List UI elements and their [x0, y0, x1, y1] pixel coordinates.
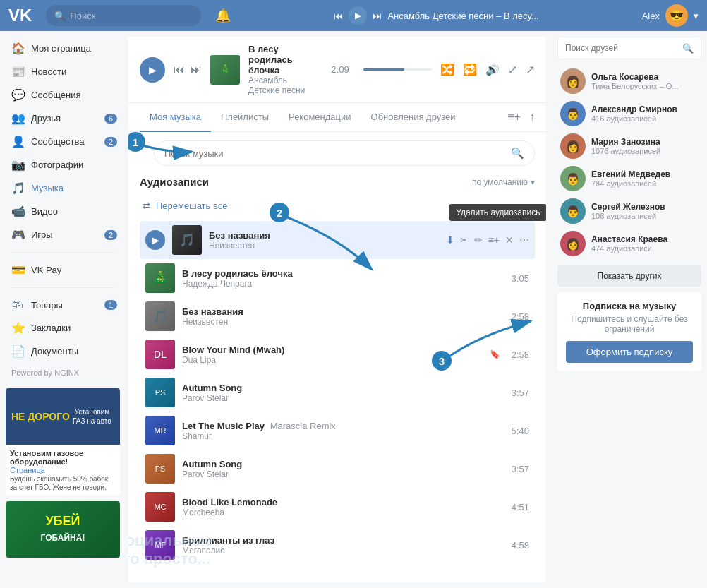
friend-name: Сергей Железнов: [591, 202, 699, 212]
friends-search-input[interactable]: [565, 43, 678, 53]
download-icon[interactable]: ⬇: [446, 234, 454, 246]
track-row[interactable]: PS Autumn Song Parov Stelar 3:57: [140, 450, 535, 488]
friend-name: Мария Занозина: [591, 137, 699, 147]
track-artist: Morcheeba: [182, 508, 504, 517]
track-bookmark-icon: 🔖: [490, 349, 500, 359]
track-info: В лесу родилась ёлочка Надежда Чепрага: [182, 268, 504, 289]
ad-image-2-text: УБЕЙГОБАЙНА!: [41, 514, 85, 544]
cut-icon[interactable]: ✂: [460, 234, 469, 246]
track-duration: 2:58: [512, 311, 529, 322]
sidebar-item-games[interactable]: 🎮 Игры 2: [0, 223, 126, 246]
next-track-icon[interactable]: ⏭: [191, 64, 202, 76]
friend-avatar: 👨: [560, 101, 586, 126]
messages-icon: 💬: [11, 88, 24, 102]
friend-name: Анастасия Краева: [591, 234, 699, 244]
sidebar-item-communities[interactable]: 👤 Сообщества 2: [0, 130, 126, 153]
tab-playlists[interactable]: Плейлисты: [211, 103, 279, 132]
edit-icon[interactable]: ✏: [474, 234, 483, 246]
music-search-bar[interactable]: 🔍: [154, 140, 535, 166]
track-row[interactable]: Удалить аудиозапись ▶ 🎵 Без названия Неи…: [140, 221, 535, 259]
shuffle-icon[interactable]: 🔀: [440, 63, 454, 76]
music-search-input[interactable]: [164, 148, 511, 159]
friend-avatar: 👩: [560, 68, 586, 94]
sort-button[interactable]: по умолчанию ▾: [472, 177, 535, 187]
sidebar-item-photos[interactable]: 📷 Фотографии: [0, 153, 126, 176]
track-row[interactable]: 🎄 В лесу родилась ёлочка Надежда Чепрага…: [140, 259, 535, 297]
communities-icon: 👤: [11, 135, 24, 148]
nav-right: Alex 😎 ▾: [642, 4, 699, 27]
notification-icon[interactable]: 🔔: [215, 8, 231, 23]
track-play-button[interactable]: ▶: [145, 230, 165, 250]
sidebar-label-video: Видео: [31, 206, 58, 217]
next-icon[interactable]: ⏭: [373, 11, 382, 21]
friends-search-bar[interactable]: 🔍: [557, 37, 701, 59]
sidebar-divider2: [11, 287, 114, 288]
friend-sub: 416 аудиозаписей: [591, 114, 699, 123]
friend-item[interactable]: 👨 Сергей Железнов 108 аудиозаписей: [557, 195, 701, 227]
friend-item[interactable]: 👨 Евгений Медведев 784 аудиозаписей: [557, 162, 701, 195]
friends-badge: 6: [104, 114, 117, 124]
expand-icon[interactable]: ⤢: [508, 63, 517, 76]
show-others-button[interactable]: Показать других: [557, 265, 701, 287]
add-playlist-icon[interactable]: ≡+: [507, 111, 521, 124]
right-panel: 🔍 👩 Ольга Косарева Тима Белорусских – О.…: [552, 31, 707, 588]
track-title: Blood Like Lemonade: [182, 497, 504, 508]
track-row[interactable]: PS Autumn Song Parov Stelar 3:57: [140, 373, 535, 412]
repeat-icon[interactable]: 🔁: [463, 63, 477, 76]
user-menu-chevron[interactable]: ▾: [694, 11, 699, 21]
tab-recommendations[interactable]: Рекомендации: [279, 103, 361, 132]
track-row[interactable]: MC Blood Like Lemonade Morcheeba 4:51: [140, 488, 535, 526]
user-avatar[interactable]: 😎: [665, 4, 688, 27]
track-row[interactable]: DL Blow Your Mind (Mwah) Dua Lipa 🔖 2:58: [140, 335, 535, 373]
friend-item[interactable]: 👩 Ольга Косарева Тима Белорусских – О...: [557, 65, 701, 97]
friend-item[interactable]: 👨 Александр Смирнов 416 аудиозаписей: [557, 97, 701, 130]
player-controls: ⏮ ⏭: [174, 64, 202, 76]
sidebar-item-documents[interactable]: 📄 Документы: [0, 340, 126, 363]
friend-info: Сергей Железнов 108 аудиозаписей: [591, 202, 699, 220]
goods-icon: 🛍: [11, 299, 24, 311]
ad-link-1[interactable]: Страница: [10, 466, 45, 474]
mini-play-button[interactable]: ▶: [349, 6, 367, 25]
prev-track-icon[interactable]: ⏮: [174, 64, 185, 76]
global-search-input[interactable]: [70, 11, 193, 21]
tab-my-music[interactable]: Моя музыка: [140, 103, 211, 132]
track-row[interactable]: MR Let The Music Play Marascia Remix Sha…: [140, 412, 535, 450]
subscribe-button[interactable]: Оформить подписку: [566, 341, 693, 363]
sidebar-item-my-page[interactable]: 🏠 Моя страница: [0, 37, 126, 60]
sidebar-item-vkpay[interactable]: 💳 VK Pay: [0, 258, 126, 282]
volume-icon[interactable]: 🔊: [485, 63, 500, 76]
friend-item[interactable]: 👩 Анастасия Краева 474 аудиозаписи: [557, 227, 701, 260]
track-title: Бриллианты из глаз: [182, 535, 504, 546]
more-icon[interactable]: ⋯: [519, 234, 529, 246]
track-row[interactable]: МГ Бриллианты из глаз Мегаполис 4:58: [140, 526, 535, 564]
sidebar-item-music[interactable]: 🎵 Музыка: [0, 176, 126, 200]
sidebar-item-news[interactable]: 📰 Новости: [0, 60, 126, 83]
subscription-text: Подпишитесь и слушайте без ограничений: [566, 314, 693, 334]
add-to-playlist-icon[interactable]: ≡+: [488, 234, 500, 246]
tab-friends-updates[interactable]: Обновления друзей: [361, 103, 466, 132]
track-duration: 2:58: [512, 349, 529, 360]
global-search-bar[interactable]: 🔍: [46, 5, 201, 26]
track-thumbnail: MR: [145, 416, 175, 445]
sidebar-label-news: Новости: [31, 66, 66, 77]
track-info: Без названия Неизвестен: [209, 230, 439, 251]
sidebar-item-goods[interactable]: 🛍 Товары 1: [0, 294, 126, 316]
track-title: Let The Music Play Marascia Remix: [182, 421, 504, 431]
delete-icon[interactable]: ✕: [505, 234, 514, 246]
player-progress-bar[interactable]: [363, 68, 432, 71]
sidebar-item-bookmarks[interactable]: ⭐ Закладки: [0, 316, 126, 340]
sidebar-item-messages[interactable]: 💬 Сообщения: [0, 83, 126, 107]
sidebar-item-friends[interactable]: 👥 Друзья 6: [0, 107, 126, 130]
nav-icons: 🔔: [215, 8, 231, 23]
track-thumbnail: PS: [145, 454, 175, 484]
track-thumbnail: 🎄: [145, 263, 175, 293]
friend-item[interactable]: 👩 Мария Занозина 1076 аудиозаписей: [557, 130, 701, 162]
prev-icon[interactable]: ⏮: [334, 11, 343, 21]
sort-label: по умолчанию: [472, 177, 528, 187]
upload-icon[interactable]: ↑: [529, 111, 535, 124]
subscription-block: Подписка на музыку Подпишитесь и слушайт…: [557, 292, 701, 371]
track-row[interactable]: 🎵 Без названия Неизвестен 2:58: [140, 297, 535, 335]
sidebar-item-video[interactable]: 📹 Видео: [0, 200, 126, 223]
share-icon[interactable]: ↗: [526, 63, 535, 76]
play-button-main[interactable]: ▶: [140, 57, 165, 83]
